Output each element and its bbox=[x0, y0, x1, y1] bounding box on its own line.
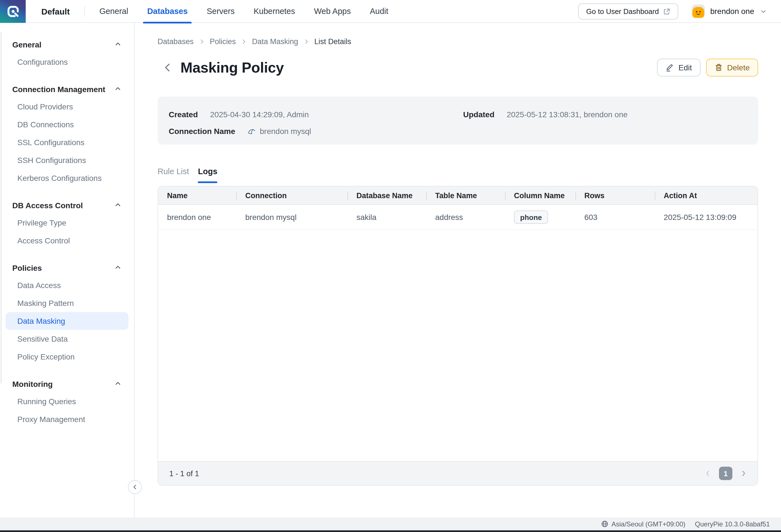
cell-action-at: 2025-05-12 13:09:09 bbox=[655, 205, 757, 229]
sidebar-item-kerberos-configurations[interactable]: Kerberos Configurations bbox=[6, 169, 128, 187]
org-selector[interactable]: Default bbox=[41, 6, 70, 16]
edit-button-label: Edit bbox=[679, 63, 692, 72]
sidebar-header-label: General bbox=[12, 40, 41, 49]
user-menu[interactable]: brendon one bbox=[679, 4, 767, 18]
delete-button-label: Delete bbox=[727, 63, 750, 72]
connection-name-label: Connection Name bbox=[169, 127, 235, 136]
chevron-right-icon bbox=[303, 39, 309, 45]
tab-logs[interactable]: Logs bbox=[198, 167, 217, 183]
sidebar-item-ssh-configurations[interactable]: SSH Configurations bbox=[6, 151, 128, 169]
sidebar-section-policies: Policies Data Access Masking Pattern Dat… bbox=[0, 260, 134, 366]
column-header-database-name: Database Name bbox=[347, 186, 426, 204]
querypie-logo[interactable] bbox=[0, 0, 26, 23]
sidebar-header-label: DB Access Control bbox=[12, 201, 83, 210]
delete-button[interactable]: Delete bbox=[706, 59, 758, 77]
updated-field: Updated 2025-05-12 13:08:31, brendon one bbox=[463, 106, 747, 123]
sidebar-item-ssl-configurations[interactable]: SSL Configurations bbox=[6, 133, 128, 151]
sidebar-header-policies[interactable]: Policies bbox=[0, 260, 134, 276]
page-number-button[interactable]: 1 bbox=[719, 467, 732, 480]
nav-menu: General Databases Servers Kubernetes Web… bbox=[99, 0, 388, 23]
app-window: Default General Databases Servers Kubern… bbox=[0, 0, 781, 532]
top-nav: Default General Databases Servers Kubern… bbox=[0, 0, 781, 23]
updated-label: Updated bbox=[463, 110, 494, 119]
nav-right: Go to User Dashboard bbox=[578, 3, 781, 19]
nav-item-servers[interactable]: Servers bbox=[207, 0, 235, 23]
tabs: Rule List Logs bbox=[158, 167, 758, 186]
version-text: QueryPie 10.3.0-8abaf51 bbox=[695, 520, 770, 528]
go-to-user-dashboard-button[interactable]: Go to User Dashboard bbox=[578, 3, 679, 19]
sidebar-item-sensitive-data[interactable]: Sensitive Data bbox=[6, 330, 128, 348]
created-value: 2025-04-30 14:29:09, Admin bbox=[210, 110, 309, 119]
nav-item-web-apps[interactable]: Web Apps bbox=[314, 0, 351, 23]
cell-table-name: address bbox=[426, 205, 505, 229]
chevron-left-icon bbox=[132, 484, 138, 490]
sidebar-item-running-queries[interactable]: Running Queries bbox=[6, 392, 128, 410]
column-header-connection: Connection bbox=[236, 186, 347, 204]
sidebar-header-monitoring[interactable]: Monitoring bbox=[0, 376, 134, 392]
chevron-right-icon bbox=[199, 39, 205, 45]
chevron-up-icon bbox=[114, 379, 122, 389]
sidebar-item-data-access[interactable]: Data Access bbox=[6, 276, 128, 294]
logs-table: Name Connection Database Name Table Name… bbox=[158, 186, 758, 486]
nav-divider bbox=[84, 6, 85, 17]
sidebar-item-proxy-management[interactable]: Proxy Management bbox=[6, 410, 128, 428]
cell-database-name: sakila bbox=[347, 205, 426, 229]
breadcrumb-data-masking[interactable]: Data Masking bbox=[252, 37, 298, 46]
sidebar-header-db-access-control[interactable]: DB Access Control bbox=[0, 197, 134, 214]
edit-button[interactable]: Edit bbox=[657, 59, 700, 77]
table-row[interactable]: brendon one brendon mysql sakila address… bbox=[158, 205, 757, 230]
timezone-status: Asia/Seoul (GMT+09:00) bbox=[601, 520, 686, 528]
sidebar-header-label: Connection Management bbox=[12, 85, 105, 94]
cell-connection: brendon mysql bbox=[236, 205, 347, 229]
cell-rows: 603 bbox=[575, 205, 655, 229]
previous-page-icon[interactable] bbox=[704, 470, 712, 477]
status-footer: Asia/Seoul (GMT+09:00) QueryPie 10.3.0-8… bbox=[0, 518, 781, 530]
external-link-icon bbox=[663, 7, 671, 15]
breadcrumb-list-details: List Details bbox=[314, 37, 351, 46]
nav-item-kubernetes[interactable]: Kubernetes bbox=[254, 0, 295, 23]
nav-item-audit[interactable]: Audit bbox=[370, 0, 388, 23]
table-header: Name Connection Database Name Table Name… bbox=[158, 186, 757, 205]
sidebar-header-label: Monitoring bbox=[12, 380, 53, 389]
next-page-icon[interactable] bbox=[740, 470, 747, 477]
pencil-icon bbox=[666, 63, 674, 72]
main-content: Databases Policies Data Masking List Det… bbox=[135, 23, 781, 518]
sidebar-header-general[interactable]: General bbox=[0, 36, 134, 53]
connection-name-field: Connection Name brendon mysql bbox=[169, 123, 463, 140]
pagination-summary: 1 - 1 of 1 bbox=[169, 469, 199, 478]
page-title: Masking Policy bbox=[180, 59, 284, 76]
sidebar-item-data-masking[interactable]: Data Masking bbox=[6, 312, 128, 330]
sidebar-item-db-connections[interactable]: DB Connections bbox=[6, 116, 128, 133]
nav-item-databases[interactable]: Databases bbox=[147, 0, 188, 23]
sidebar-item-privilege-type[interactable]: Privilege Type bbox=[6, 214, 128, 232]
breadcrumb-policies[interactable]: Policies bbox=[210, 37, 236, 46]
breadcrumb: Databases Policies Data Masking List Det… bbox=[158, 37, 758, 46]
mysql-dolphin-icon bbox=[247, 127, 256, 135]
sidebar-item-policy-exception[interactable]: Policy Exception bbox=[6, 348, 128, 366]
pagination-bar: 1 - 1 of 1 1 bbox=[158, 461, 757, 485]
go-to-user-dashboard-label: Go to User Dashboard bbox=[586, 7, 659, 15]
sidebar-header-connection-management[interactable]: Connection Management bbox=[0, 81, 134, 98]
sidebar-section-connection-management: Connection Management Cloud Providers DB… bbox=[0, 81, 134, 187]
timezone-text: Asia/Seoul (GMT+09:00) bbox=[611, 520, 686, 528]
title-actions: Edit Delete bbox=[657, 59, 758, 77]
back-button[interactable] bbox=[162, 62, 173, 73]
breadcrumb-databases[interactable]: Databases bbox=[158, 37, 194, 46]
chevron-down-icon bbox=[760, 7, 767, 15]
chevron-right-icon bbox=[241, 39, 247, 45]
updated-value: 2025-05-12 13:08:31, brendon one bbox=[507, 110, 628, 119]
nav-item-general[interactable]: General bbox=[99, 0, 128, 23]
sidebar-item-cloud-providers[interactable]: Cloud Providers bbox=[6, 98, 128, 116]
sidebar-item-access-control[interactable]: Access Control bbox=[6, 232, 128, 250]
globe-icon bbox=[601, 520, 608, 528]
chevron-up-icon bbox=[114, 40, 122, 49]
sidebar-item-masking-pattern[interactable]: Masking Pattern bbox=[6, 294, 128, 312]
sidebar-item-configurations[interactable]: Configurations bbox=[6, 53, 128, 71]
chevron-up-icon bbox=[114, 85, 122, 94]
connection-name-value: brendon mysql bbox=[260, 127, 311, 136]
tab-rule-list[interactable]: Rule List bbox=[158, 167, 189, 183]
created-field: Created 2025-04-30 14:29:09, Admin bbox=[169, 106, 463, 123]
sidebar-collapse-button[interactable] bbox=[128, 480, 142, 494]
pagination-controls: 1 bbox=[704, 467, 747, 480]
cell-name: brendon one bbox=[158, 205, 236, 229]
